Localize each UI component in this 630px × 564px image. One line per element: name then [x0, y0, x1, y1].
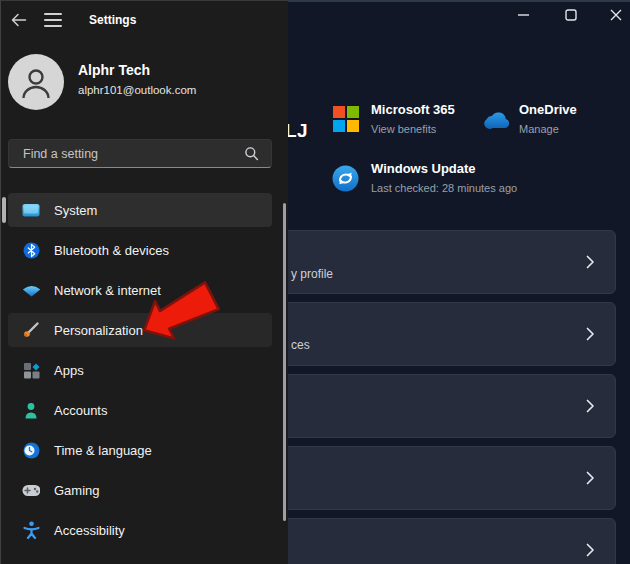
settings-card-row[interactable]: [270, 446, 616, 510]
settings-card-row[interactable]: [270, 518, 616, 564]
sidebar-item-label: System: [54, 203, 97, 218]
promo-title: OneDrive: [519, 103, 577, 117]
back-arrow-icon: [10, 13, 27, 27]
windows-update-icon: [332, 165, 359, 192]
sidebar-item-bluetooth-devices[interactable]: Bluetooth & devices: [8, 233, 272, 267]
sidebar-item-accounts[interactable]: Accounts: [8, 393, 272, 427]
profile-name: Alphr Tech: [78, 62, 150, 78]
minimize-icon: [518, 9, 530, 21]
accessibility-person-icon: [22, 521, 40, 539]
settings-card-row[interactable]: y profile: [270, 230, 616, 294]
sidebar-item-label: Bluetooth & devices: [54, 243, 169, 258]
window-top-border: [0, 0, 288, 1]
sidebar-scrollbar-thumb[interactable]: [283, 203, 286, 521]
chevron-right-icon: [586, 255, 595, 269]
promo-windows-update: Windows Update Last checked: 28 minutes …: [371, 162, 517, 195]
maximize-icon: [565, 9, 577, 21]
apps-icon: [22, 361, 40, 379]
hamburger-icon: [44, 13, 62, 15]
promo-status: Last checked: 28 minutes ago: [371, 182, 517, 195]
ms-square-blue: [333, 120, 345, 132]
sidebar-item-privacy-security[interactable]: Privacy & security: [8, 553, 272, 564]
settings-card-row[interactable]: [270, 374, 616, 438]
ms-square-green: [347, 106, 359, 118]
accounts-icon: [22, 401, 40, 419]
system-icon: [22, 201, 40, 219]
selected-item-indicator: [2, 197, 6, 223]
search-input[interactable]: [9, 147, 244, 161]
close-icon: [610, 9, 622, 21]
chevron-right-icon: [586, 399, 595, 413]
chevron-right-icon: [586, 543, 595, 557]
ms-square-yellow: [347, 120, 359, 132]
red-annotation-arrow: [136, 287, 220, 339]
search-box[interactable]: [8, 139, 272, 168]
sidebar-item-label: Gaming: [54, 483, 100, 498]
avatar[interactable]: [8, 54, 64, 110]
maximize-button[interactable]: [551, 0, 591, 30]
sidebar-item-label: Accessibility: [54, 523, 125, 538]
settings-card-row[interactable]: ces: [270, 302, 616, 366]
sidebar-item-accessibility[interactable]: Accessibility: [8, 513, 272, 547]
sidebar-item-label: Apps: [54, 363, 84, 378]
sidebar-item-time-language[interactable]: Time & language: [8, 433, 272, 467]
bluetooth-icon: [22, 241, 40, 259]
promo-link[interactable]: View benefits: [371, 123, 455, 136]
card-text-fragment: ces: [291, 338, 310, 352]
profile-email: alphr101@outlook.com: [78, 84, 196, 96]
onedrive-icon: [480, 110, 512, 130]
wifi-icon: [22, 281, 40, 299]
promo-link[interactable]: Manage: [519, 123, 577, 136]
personalization-brush-icon: [22, 321, 40, 339]
navigation-menu-button[interactable]: [43, 13, 63, 27]
sidebar-item-system[interactable]: System: [8, 193, 272, 227]
card-text-fragment: y profile: [291, 267, 333, 281]
promo-title: Windows Update: [371, 162, 517, 176]
promo-title: Microsoft 365: [371, 103, 455, 117]
sidebar-item-apps[interactable]: Apps: [8, 353, 272, 387]
close-button[interactable]: [596, 0, 630, 30]
sidebar-item-label: Personalization: [54, 323, 143, 338]
sidebar-item-label: Time & language: [54, 443, 152, 458]
search-icon: [244, 146, 259, 161]
gamepad-icon: [22, 481, 40, 499]
promo-onedrive: OneDrive Manage: [519, 103, 577, 136]
sidebar-item-gaming[interactable]: Gaming: [8, 473, 272, 507]
settings-window: { "window": { "title": "Settings" }, "pr…: [0, 0, 630, 564]
promo-microsoft-365: Microsoft 365 View benefits: [371, 103, 455, 136]
sidebar: Settings Alphr Tech alphr101@outlook.com…: [0, 0, 288, 564]
device-heading-fragment: LJ: [285, 120, 308, 142]
sidebar-item-label: Accounts: [54, 403, 107, 418]
window-left-border: [0, 0, 1, 564]
clock-globe-icon: [22, 441, 40, 459]
chevron-right-icon: [586, 327, 595, 341]
back-button[interactable]: [6, 10, 30, 30]
microsoft-logo-icon: [333, 106, 359, 132]
chevron-right-icon: [586, 471, 595, 485]
person-icon: [19, 65, 53, 99]
ms-square-red: [333, 106, 345, 118]
minimize-button[interactable]: [504, 0, 544, 30]
page-title: Settings: [89, 13, 136, 27]
